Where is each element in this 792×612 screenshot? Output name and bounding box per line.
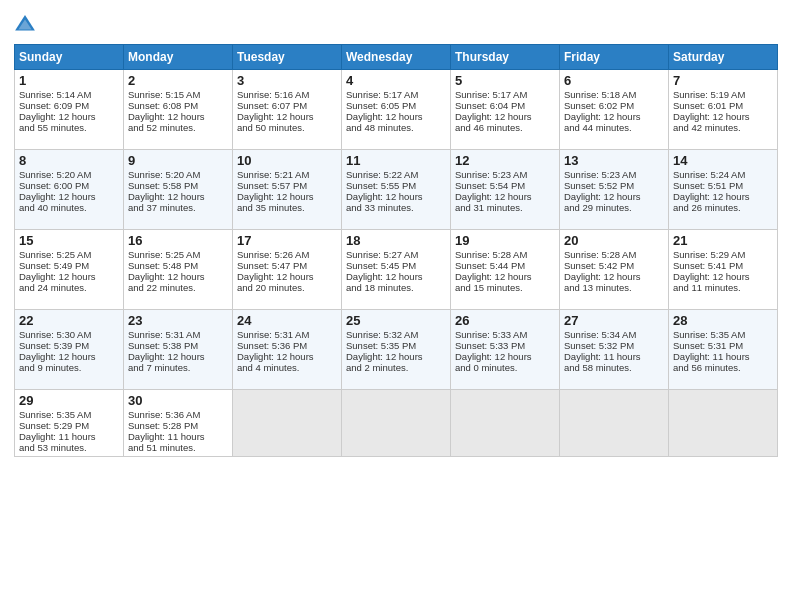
cell-line: and 55 minutes. bbox=[19, 122, 119, 133]
calendar-cell: 10Sunrise: 5:21 AMSunset: 5:57 PMDayligh… bbox=[233, 150, 342, 230]
calendar-cell: 25Sunrise: 5:32 AMSunset: 5:35 PMDayligh… bbox=[342, 310, 451, 390]
cell-line: Sunset: 5:32 PM bbox=[564, 340, 664, 351]
cell-line: Sunset: 5:38 PM bbox=[128, 340, 228, 351]
cell-line: Sunrise: 5:22 AM bbox=[346, 169, 446, 180]
logo bbox=[14, 14, 38, 36]
cell-line: Daylight: 12 hours bbox=[455, 191, 555, 202]
cell-line: Sunrise: 5:26 AM bbox=[237, 249, 337, 260]
cell-line: Daylight: 12 hours bbox=[346, 191, 446, 202]
calendar-cell: 22Sunrise: 5:30 AMSunset: 5:39 PMDayligh… bbox=[15, 310, 124, 390]
day-number: 30 bbox=[128, 393, 228, 408]
calendar-cell: 8Sunrise: 5:20 AMSunset: 6:00 PMDaylight… bbox=[15, 150, 124, 230]
cell-line: and 58 minutes. bbox=[564, 362, 664, 373]
calendar-cell: 16Sunrise: 5:25 AMSunset: 5:48 PMDayligh… bbox=[124, 230, 233, 310]
cell-line: and 51 minutes. bbox=[128, 442, 228, 453]
calendar-cell bbox=[233, 390, 342, 457]
cell-line: Sunset: 6:07 PM bbox=[237, 100, 337, 111]
weekday-header: Saturday bbox=[669, 45, 778, 70]
calendar-cell: 24Sunrise: 5:31 AMSunset: 5:36 PMDayligh… bbox=[233, 310, 342, 390]
cell-line: Sunrise: 5:34 AM bbox=[564, 329, 664, 340]
day-number: 19 bbox=[455, 233, 555, 248]
cell-line: Daylight: 12 hours bbox=[564, 191, 664, 202]
calendar-cell: 18Sunrise: 5:27 AMSunset: 5:45 PMDayligh… bbox=[342, 230, 451, 310]
cell-line: Daylight: 12 hours bbox=[673, 111, 773, 122]
day-number: 25 bbox=[346, 313, 446, 328]
cell-line: and 53 minutes. bbox=[19, 442, 119, 453]
cell-line: Sunrise: 5:33 AM bbox=[455, 329, 555, 340]
cell-line: Sunrise: 5:25 AM bbox=[128, 249, 228, 260]
calendar-cell bbox=[560, 390, 669, 457]
cell-line: Sunset: 5:31 PM bbox=[673, 340, 773, 351]
cell-line: Daylight: 12 hours bbox=[564, 271, 664, 282]
cell-line: and 20 minutes. bbox=[237, 282, 337, 293]
cell-line: Sunset: 5:52 PM bbox=[564, 180, 664, 191]
cell-line: Sunrise: 5:23 AM bbox=[564, 169, 664, 180]
cell-line: Sunset: 5:49 PM bbox=[19, 260, 119, 271]
cell-line: and 37 minutes. bbox=[128, 202, 228, 213]
cell-line: Sunrise: 5:19 AM bbox=[673, 89, 773, 100]
calendar-header bbox=[14, 10, 778, 36]
weekday-header: Tuesday bbox=[233, 45, 342, 70]
day-number: 1 bbox=[19, 73, 119, 88]
calendar-table: SundayMondayTuesdayWednesdayThursdayFrid… bbox=[14, 44, 778, 457]
day-number: 11 bbox=[346, 153, 446, 168]
cell-line: Sunset: 5:57 PM bbox=[237, 180, 337, 191]
calendar-cell: 12Sunrise: 5:23 AMSunset: 5:54 PMDayligh… bbox=[451, 150, 560, 230]
cell-line: and 15 minutes. bbox=[455, 282, 555, 293]
cell-line: Sunset: 5:39 PM bbox=[19, 340, 119, 351]
cell-line: Sunset: 6:00 PM bbox=[19, 180, 119, 191]
cell-line: Daylight: 12 hours bbox=[564, 111, 664, 122]
cell-line: Sunrise: 5:17 AM bbox=[455, 89, 555, 100]
cell-line: Daylight: 12 hours bbox=[128, 351, 228, 362]
cell-line: Sunrise: 5:30 AM bbox=[19, 329, 119, 340]
cell-line: Daylight: 11 hours bbox=[19, 431, 119, 442]
cell-line: and 31 minutes. bbox=[455, 202, 555, 213]
day-number: 9 bbox=[128, 153, 228, 168]
day-number: 21 bbox=[673, 233, 773, 248]
calendar-cell: 19Sunrise: 5:28 AMSunset: 5:44 PMDayligh… bbox=[451, 230, 560, 310]
cell-line: Sunset: 5:45 PM bbox=[346, 260, 446, 271]
cell-line: and 0 minutes. bbox=[455, 362, 555, 373]
calendar-cell: 3Sunrise: 5:16 AMSunset: 6:07 PMDaylight… bbox=[233, 70, 342, 150]
cell-line: Daylight: 11 hours bbox=[673, 351, 773, 362]
cell-line: Sunset: 5:42 PM bbox=[564, 260, 664, 271]
calendar-cell: 15Sunrise: 5:25 AMSunset: 5:49 PMDayligh… bbox=[15, 230, 124, 310]
day-number: 4 bbox=[346, 73, 446, 88]
calendar-container: SundayMondayTuesdayWednesdayThursdayFrid… bbox=[0, 0, 792, 612]
cell-line: Daylight: 12 hours bbox=[673, 191, 773, 202]
calendar-cell: 29Sunrise: 5:35 AMSunset: 5:29 PMDayligh… bbox=[15, 390, 124, 457]
weekday-header: Sunday bbox=[15, 45, 124, 70]
cell-line: and 18 minutes. bbox=[346, 282, 446, 293]
calendar-cell: 13Sunrise: 5:23 AMSunset: 5:52 PMDayligh… bbox=[560, 150, 669, 230]
cell-line: Sunrise: 5:32 AM bbox=[346, 329, 446, 340]
cell-line: Sunrise: 5:31 AM bbox=[128, 329, 228, 340]
cell-line: and 2 minutes. bbox=[346, 362, 446, 373]
calendar-cell: 2Sunrise: 5:15 AMSunset: 6:08 PMDaylight… bbox=[124, 70, 233, 150]
day-number: 14 bbox=[673, 153, 773, 168]
cell-line: and 22 minutes. bbox=[128, 282, 228, 293]
cell-line: and 52 minutes. bbox=[128, 122, 228, 133]
cell-line: Sunset: 5:48 PM bbox=[128, 260, 228, 271]
cell-line: Daylight: 12 hours bbox=[128, 111, 228, 122]
cell-line: Sunset: 5:51 PM bbox=[673, 180, 773, 191]
cell-line: Daylight: 12 hours bbox=[673, 271, 773, 282]
cell-line: and 26 minutes. bbox=[673, 202, 773, 213]
cell-line: Sunrise: 5:20 AM bbox=[128, 169, 228, 180]
cell-line: Sunrise: 5:35 AM bbox=[673, 329, 773, 340]
day-number: 20 bbox=[564, 233, 664, 248]
cell-line: Daylight: 12 hours bbox=[237, 351, 337, 362]
cell-line: and 9 minutes. bbox=[19, 362, 119, 373]
day-number: 5 bbox=[455, 73, 555, 88]
calendar-cell: 21Sunrise: 5:29 AMSunset: 5:41 PMDayligh… bbox=[669, 230, 778, 310]
cell-line: Sunset: 5:44 PM bbox=[455, 260, 555, 271]
calendar-cell bbox=[342, 390, 451, 457]
cell-line: and 48 minutes. bbox=[346, 122, 446, 133]
day-number: 26 bbox=[455, 313, 555, 328]
cell-line: Sunset: 6:04 PM bbox=[455, 100, 555, 111]
cell-line: Sunset: 6:01 PM bbox=[673, 100, 773, 111]
cell-line: Sunset: 5:36 PM bbox=[237, 340, 337, 351]
cell-line: Sunset: 5:28 PM bbox=[128, 420, 228, 431]
cell-line: Daylight: 12 hours bbox=[128, 191, 228, 202]
cell-line: Daylight: 12 hours bbox=[237, 191, 337, 202]
cell-line: Sunset: 5:35 PM bbox=[346, 340, 446, 351]
